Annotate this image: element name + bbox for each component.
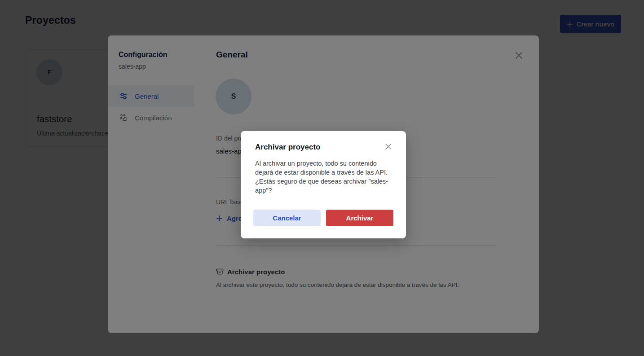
dialog-actions: Cancelar Archivar [253, 210, 393, 226]
cancel-button[interactable]: Cancelar [253, 210, 321, 226]
dialog-body-text: Al archivar un proyecto, todo su conteni… [255, 159, 393, 195]
close-icon [385, 143, 392, 150]
dialog-close-button[interactable] [384, 142, 392, 150]
archive-button[interactable]: Archivar [326, 210, 393, 226]
archive-confirm-dialog: Archivar proyecto Al archivar un proyect… [241, 131, 406, 238]
dialog-title: Archivar proyecto [255, 143, 321, 152]
